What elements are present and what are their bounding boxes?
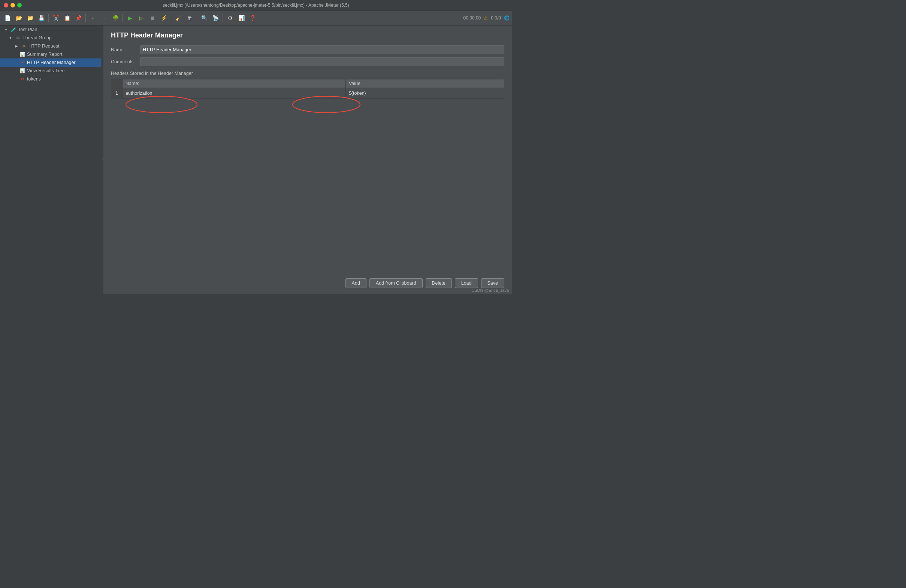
comments-input[interactable] bbox=[140, 57, 504, 66]
sidebar-item-http-request[interactable]: ▶ ✏ HTTP Request bbox=[0, 42, 101, 50]
sidebar-item-view-results-tree[interactable]: 📊 View Results Tree bbox=[0, 67, 101, 75]
watermark: CSDN @Erica_Java bbox=[471, 288, 509, 293]
delete-button[interactable]: Delete bbox=[426, 278, 452, 288]
warning-icon: ⚠ bbox=[484, 15, 488, 21]
expand-icon: ▶ bbox=[13, 43, 19, 49]
table-row[interactable]: 1 authorization ${token} bbox=[111, 88, 504, 99]
toolbar-right: 00:00:00 ⚠ 0 0/0 🌐 bbox=[464, 15, 510, 21]
header-value-cell[interactable]: ${token} bbox=[346, 88, 504, 99]
name-input[interactable] bbox=[140, 45, 504, 54]
run-button[interactable]: ▶ bbox=[125, 13, 135, 23]
panel-title: HTTP Header Manager bbox=[111, 32, 504, 39]
toggle-tree-button[interactable]: 🌳 bbox=[110, 13, 121, 23]
clear-button[interactable]: 🧹 bbox=[173, 13, 183, 23]
open-button[interactable]: 📁 bbox=[25, 13, 35, 23]
save-content-button[interactable]: Save bbox=[481, 278, 505, 288]
save-button[interactable]: 💾 bbox=[36, 13, 46, 23]
summary-report-icon: 📊 bbox=[19, 51, 26, 57]
row-num-cell: 1 bbox=[111, 88, 123, 99]
log-viewer-button[interactable]: 📊 bbox=[236, 13, 247, 23]
sidebar-item-label: tokens bbox=[27, 76, 41, 82]
col-name: Name: bbox=[123, 80, 346, 88]
paste-button[interactable]: 📌 bbox=[73, 13, 83, 23]
timer-display: 00:00:00 bbox=[464, 15, 481, 21]
sidebar-item-label: HTTP Request bbox=[29, 43, 59, 49]
sidebar-item-thread-group[interactable]: ▼ ⚙ Thread Group bbox=[0, 34, 101, 42]
separator-1 bbox=[48, 14, 49, 22]
jmeter-props-button[interactable]: ⚙ bbox=[225, 13, 235, 23]
separator-2 bbox=[85, 14, 86, 22]
content-panel: HTTP Header Manager Name: Comments: Head… bbox=[104, 25, 512, 294]
sidebar-item-http-header-manager[interactable]: ✂ HTTP Header Manager bbox=[0, 59, 101, 67]
add-from-clipboard-button[interactable]: Add from Clipboard bbox=[370, 278, 423, 288]
view-results-icon: 📊 bbox=[19, 68, 26, 74]
http-header-manager-icon: ✂ bbox=[19, 59, 26, 65]
run-no-pause-button[interactable]: ▷ bbox=[136, 13, 147, 23]
sidebar-item-label: Thread Group bbox=[22, 35, 52, 40]
title-bar: seckill.jmx (/Users/shentong/Desktop/apa… bbox=[0, 0, 512, 11]
tokens-icon: ✂ bbox=[19, 76, 26, 82]
separator-3 bbox=[123, 14, 123, 22]
open-template-button[interactable]: 📂 bbox=[13, 13, 24, 23]
sidebar-item-label: View Results Tree bbox=[27, 68, 65, 73]
stop-button[interactable]: ⏹ bbox=[147, 13, 158, 23]
col-value: Value bbox=[346, 80, 504, 88]
shutdown-button[interactable]: ⚡ bbox=[158, 13, 169, 23]
sidebar-item-summary-report[interactable]: 📊 Summary Report bbox=[0, 50, 101, 59]
search-button[interactable]: 🔍 bbox=[199, 13, 209, 23]
help-button[interactable]: ❓ bbox=[247, 13, 258, 23]
http-request-icon: ✏ bbox=[21, 43, 27, 49]
collapse-button[interactable]: − bbox=[99, 13, 109, 23]
bottom-buttons: Add Add from Clipboard Delete Load Save bbox=[346, 278, 504, 288]
window-controls[interactable] bbox=[4, 3, 22, 8]
separator-4 bbox=[171, 14, 171, 22]
name-row: Name: bbox=[111, 45, 504, 54]
remote-start-button[interactable]: 📡 bbox=[210, 13, 221, 23]
sidebar-item-test-plan[interactable]: ▼ 🧪 Test Plan bbox=[0, 25, 101, 34]
sidebar-item-label: Test Plan bbox=[18, 27, 37, 32]
table-header-row: Name: Value bbox=[111, 80, 504, 88]
annotation-svg bbox=[111, 89, 504, 164]
expand-icon: ▼ bbox=[3, 27, 9, 33]
close-button[interactable] bbox=[4, 3, 8, 8]
window-title: seckill.jmx (/Users/shentong/Desktop/apa… bbox=[163, 3, 349, 8]
name-label: Name: bbox=[111, 47, 137, 53]
minimize-button[interactable] bbox=[11, 3, 15, 8]
col-num bbox=[111, 80, 123, 88]
expand-button[interactable]: + bbox=[88, 13, 98, 23]
header-name-cell[interactable]: authorization bbox=[123, 88, 346, 99]
main-layout: ▼ 🧪 Test Plan ▼ ⚙ Thread Group ▶ ✏ HTTP … bbox=[0, 25, 512, 294]
section-title: Headers Stored in the Header Manager bbox=[111, 71, 504, 76]
new-button[interactable]: 📄 bbox=[2, 13, 13, 23]
sidebar-item-tokens[interactable]: ✂ tokens bbox=[0, 75, 101, 83]
sidebar: ▼ 🧪 Test Plan ▼ ⚙ Thread Group ▶ ✏ HTTP … bbox=[0, 25, 101, 294]
load-button[interactable]: Load bbox=[455, 278, 478, 288]
comments-row: Comments: bbox=[111, 57, 504, 66]
separator-5 bbox=[197, 14, 197, 22]
expand-icon: ▼ bbox=[8, 35, 13, 41]
add-button[interactable]: Add bbox=[346, 278, 367, 288]
sidebar-item-label: Summary Report bbox=[27, 52, 62, 57]
thread-group-icon: ⚙ bbox=[15, 35, 21, 41]
headers-table: Name: Value 1 authorization ${token} bbox=[111, 79, 504, 99]
test-plan-icon: 🧪 bbox=[11, 27, 16, 33]
svg-point-1 bbox=[293, 96, 360, 113]
maximize-button[interactable] bbox=[17, 3, 22, 8]
cut-button[interactable]: ✂️ bbox=[51, 13, 61, 23]
comments-label: Comments: bbox=[111, 59, 137, 64]
svg-point-0 bbox=[126, 96, 197, 113]
separator-6 bbox=[223, 14, 223, 22]
sidebar-item-label: HTTP Header Manager bbox=[27, 60, 76, 65]
clear-all-button[interactable]: 🗑 bbox=[184, 13, 195, 23]
copy-button[interactable]: 📋 bbox=[62, 13, 72, 23]
toolbar: 📄 📂 📁 💾 ✂️ 📋 📌 + − 🌳 ▶ ▷ ⏹ ⚡ 🧹 🗑 🔍 📡 ⚙ 📊… bbox=[0, 11, 512, 25]
table-container: Name: Value 1 authorization ${token} bbox=[111, 79, 504, 99]
counter-display: 0 0/0 bbox=[491, 15, 501, 21]
globe-icon: 🌐 bbox=[504, 15, 510, 21]
